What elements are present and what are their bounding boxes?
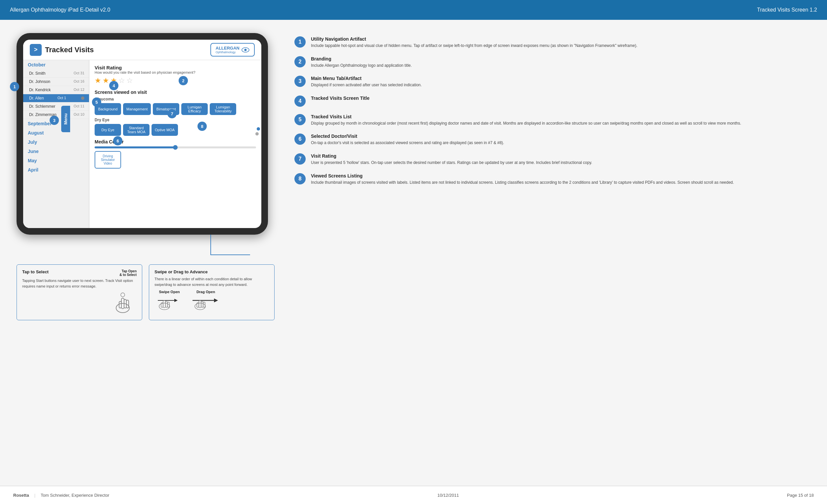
sidebar-doctor-schlemmer[interactable]: Dr. Schlemmer Oct 11 bbox=[23, 103, 89, 111]
star-4[interactable]: ☆ bbox=[118, 76, 125, 85]
tap-title: Tap to Select bbox=[22, 269, 49, 274]
annotation-badge-3: 3 bbox=[294, 76, 306, 87]
annotation-badge-5: 5 bbox=[294, 114, 306, 125]
doctor-name: Dr. Johnson bbox=[29, 79, 50, 84]
footer-left: Rosetta | Tom Schneider, Experience Dire… bbox=[13, 493, 109, 498]
visit-date: Oct 31 bbox=[74, 71, 84, 76]
annotation-content-2: Branding Include Allergan Ophthalmology … bbox=[311, 56, 412, 69]
swipe-drag-text: There is a linear order of within each c… bbox=[154, 276, 269, 287]
dry-eye-buttons: Dry Eye StandardTears MOA Optive MOA bbox=[95, 124, 256, 136]
annotation-text-6: On-tap a doctor's visit is selected as a… bbox=[311, 140, 504, 146]
star-rating[interactable]: ★ ★ ★ ☆ ☆ bbox=[95, 76, 256, 85]
footer-author: Tom Schneider, Experience Director bbox=[41, 493, 109, 498]
visit-rating-section: Visit Rating How would you rate the visi… bbox=[95, 65, 256, 85]
annotation-title-2: Branding bbox=[311, 56, 412, 61]
btn-lumigan-tolerability[interactable]: LumiganTolerability bbox=[210, 103, 236, 115]
annotation-badge-4: 4 bbox=[294, 96, 306, 107]
drag-icon bbox=[191, 294, 221, 312]
annotation-content-8: Viewed Screens Listing Include thumbnail… bbox=[311, 173, 734, 186]
top-header: Allergan Ophthalmology iPad E-Detail v2.… bbox=[0, 0, 827, 20]
btn-lumigan-efficacy[interactable]: LumiganEfficacy bbox=[181, 103, 208, 115]
btn-dry-eye[interactable]: Dry Eye bbox=[95, 124, 121, 136]
sidebar-doctor-kendrick[interactable]: Dr. Kendrick Oct 12 bbox=[23, 86, 89, 94]
btn-optive-moa[interactable]: Optive MOA bbox=[151, 124, 178, 136]
annotation-5: 5 Tracked Visits List Display grouped by… bbox=[294, 114, 811, 126]
footer: Rosetta | Tom Schneider, Experience Dire… bbox=[0, 486, 827, 504]
bottom-instructions: Tap to Select Tap Open& to Select Tappin… bbox=[16, 264, 275, 320]
annotation-content-1: Utility Navigation Artifact Include tapp… bbox=[311, 36, 637, 49]
annotation-8: 8 Viewed Screens Listing Include thumbna… bbox=[294, 173, 811, 186]
annotation-1: 1 Utility Navigation Artifact Include ta… bbox=[294, 36, 811, 49]
annotation-text-1: Include tappable hot-spot and visual clu… bbox=[311, 43, 637, 49]
ipad-top-bar: > Tracked Visits ALLERGAN Ophthalmology bbox=[23, 40, 261, 60]
star-2[interactable]: ★ bbox=[103, 76, 109, 85]
annotation-badge-8: 8 bbox=[294, 173, 306, 184]
glaucoma-label: Glaucoma bbox=[95, 97, 256, 102]
swipe-icon bbox=[154, 294, 184, 312]
annotation-3: 3 Main Menu Tab/Artifact Displayed if sc… bbox=[294, 76, 811, 88]
svg-point-7 bbox=[121, 293, 125, 297]
svg-marker-16 bbox=[214, 298, 218, 302]
annotation-title-8: Viewed Screens Listing bbox=[311, 173, 734, 178]
btn-management[interactable]: Management bbox=[123, 103, 151, 115]
footer-date: 10/12/2011 bbox=[437, 493, 459, 498]
sidebar-doctor-smith[interactable]: Dr. Smith Oct 31 bbox=[23, 69, 89, 78]
annotation-badge-1: 1 bbox=[294, 36, 306, 48]
annotation-content-3: Main Menu Tab/Artifact Displayed if scre… bbox=[311, 76, 422, 88]
annotation-title-5: Tracked Visits List bbox=[311, 114, 741, 119]
media-slider-thumb[interactable] bbox=[173, 145, 178, 150]
sidebar-month-april[interactable]: April bbox=[23, 165, 89, 174]
star-5[interactable]: ☆ bbox=[126, 76, 133, 85]
btn-standard-tears[interactable]: StandardTears MOA bbox=[123, 124, 149, 136]
visit-date: Oct 16 bbox=[74, 79, 84, 84]
dry-eye-label: Dry Eye bbox=[95, 118, 256, 122]
badge-6: 6 bbox=[113, 136, 123, 146]
footer-company: Rosetta bbox=[13, 493, 29, 498]
annotation-text-8: Include thumbnail images of screens visi… bbox=[311, 179, 734, 186]
ipad-screen: > Tracked Visits ALLERGAN Ophthalmology bbox=[23, 40, 261, 228]
allergan-logo-text: ALLERGAN bbox=[216, 46, 240, 51]
ipad-body: Menu October Dr. Smith Oct 31 Dr. Johnso… bbox=[23, 60, 261, 228]
sidebar-month-may[interactable]: May bbox=[23, 156, 89, 165]
annotation-2: 2 Branding Include Allergan Ophthalmolog… bbox=[294, 56, 811, 69]
sidebar-doctor-johnson[interactable]: Dr. Johnson Oct 16 bbox=[23, 78, 89, 86]
visit-date: Oct 10 bbox=[74, 112, 84, 117]
sidebar-month-june[interactable]: June bbox=[23, 147, 89, 156]
tap-to-select-box: Tap to Select Tap Open& to Select Tappin… bbox=[16, 264, 142, 320]
header-right-title: Tracked Visits Screen 1.2 bbox=[757, 7, 817, 13]
annotation-content-6: Selected Doctor/Visit On-tap a doctor's … bbox=[311, 133, 504, 146]
doctor-name: Dr. Schlemmer bbox=[29, 104, 55, 109]
sidebar-month-october[interactable]: October bbox=[23, 60, 89, 69]
sidebar-month-august[interactable]: August bbox=[23, 128, 89, 137]
annotation-badge-6: 6 bbox=[294, 133, 306, 145]
btn-driving-simulator[interactable]: DrivingSimulatorVideo bbox=[95, 151, 121, 169]
tracked-visits-title: Tracked Visits bbox=[45, 46, 94, 54]
annotation-4: 4 Tracked Visits Screen Title bbox=[294, 96, 811, 107]
sidebar-month-july[interactable]: July bbox=[23, 137, 89, 147]
annotation-6: 6 Selected Doctor/Visit On-tap a doctor'… bbox=[294, 133, 811, 146]
badge-1: 1 bbox=[10, 82, 19, 91]
right-section: 1 Utility Navigation Artifact Include ta… bbox=[294, 33, 811, 320]
footer-divider: | bbox=[35, 493, 35, 498]
media-slider-fill bbox=[95, 147, 175, 149]
visit-rating-title: Visit Rating bbox=[95, 65, 256, 70]
menu-tab[interactable]: Menu bbox=[61, 106, 70, 132]
sidebar-doctor-allen[interactable]: Dr. Allen Oct 1 bbox=[23, 94, 89, 103]
main-content: 1 2 3 4 5 6 7 8 > Tra bbox=[0, 20, 827, 333]
annotation-badge-2: 2 bbox=[294, 56, 306, 67]
connector-area bbox=[16, 244, 275, 251]
annotation-title-1: Utility Navigation Artifact bbox=[311, 36, 637, 42]
connector-line-horizontal bbox=[210, 255, 250, 255]
screens-viewed-title: Screens viewed on visit bbox=[95, 90, 256, 95]
media-slider-track[interactable] bbox=[95, 147, 256, 149]
header-left-title: Allergan Ophthalmology iPad E-Detail v2.… bbox=[10, 7, 110, 13]
star-1[interactable]: ★ bbox=[95, 76, 101, 85]
annotation-text-2: Include Allergan Ophthalmology logo and … bbox=[311, 62, 412, 69]
annotation-content-4: Tracked Visits Screen Title bbox=[311, 96, 370, 102]
nav-arrow-button[interactable]: > bbox=[30, 44, 42, 56]
tap-open-label: Tap Open& to Select bbox=[119, 269, 137, 277]
badge-3: 3 bbox=[50, 116, 59, 125]
badge-5: 5 bbox=[92, 98, 101, 107]
tap-gesture-icon bbox=[113, 291, 137, 315]
allergan-logo: ALLERGAN Ophthalmology bbox=[210, 43, 255, 57]
